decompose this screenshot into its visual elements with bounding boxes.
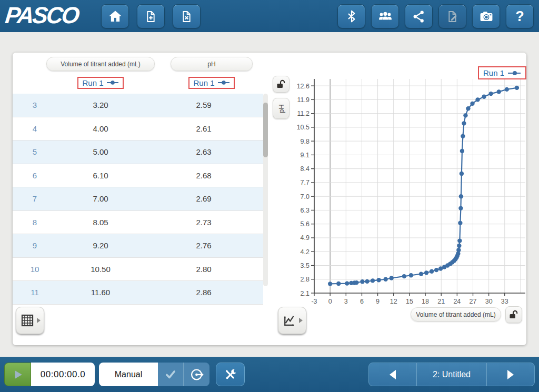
share-button[interactable] [405, 4, 433, 28]
close-file-icon [179, 9, 194, 24]
row-index-cell[interactable]: 11 [13, 288, 57, 297]
table-column1-header-button[interactable]: Volume of titrant added (mL) [46, 57, 155, 71]
bluetooth-button[interactable] [337, 4, 365, 28]
x-axis-unlock-icon [508, 309, 519, 320]
data-cell[interactable]: 8.05 [57, 218, 144, 227]
table-column1-run-wrap: Run 1 [46, 75, 155, 90]
snapshot-button[interactable] [472, 4, 500, 28]
row-index-cell[interactable]: 7 [13, 194, 57, 203]
row-index-cell[interactable]: 9 [13, 241, 57, 250]
sampling-mode-button[interactable]: Manual [99, 363, 158, 386]
data-cell[interactable]: 11.60 [57, 288, 144, 297]
data-cell[interactable]: 2.69 [144, 194, 263, 203]
pasco-app: PASCO [0, 0, 539, 392]
home-icon [108, 9, 123, 24]
x-axis-lock-button[interactable] [505, 306, 522, 323]
timer-display[interactable]: 00:00:00.0 [31, 363, 95, 386]
data-cell[interactable]: 2.61 [144, 124, 263, 133]
data-cell[interactable]: 2.80 [144, 265, 263, 274]
close-file-button[interactable] [173, 4, 201, 28]
svg-text:21: 21 [437, 298, 445, 305]
svg-text:11.2: 11.2 [297, 110, 310, 117]
table-row: 99.202.76 [13, 234, 263, 258]
next-page-button[interactable] [487, 363, 534, 386]
svg-text:-3: -3 [311, 298, 317, 305]
svg-text:2.1: 2.1 [301, 290, 310, 297]
data-cell[interactable]: 2.68 [144, 171, 263, 180]
x-axis-label-button[interactable]: Volume of titrant added (mL) [411, 307, 501, 321]
pasco-logo: PASCO [4, 2, 79, 28]
prev-page-button[interactable] [369, 363, 416, 386]
row-index-cell[interactable]: 5 [13, 147, 57, 156]
share-icon [412, 9, 426, 24]
data-cell[interactable]: 2.59 [144, 100, 263, 109]
svg-text:5.6: 5.6 [301, 220, 310, 228]
graph-legend[interactable]: Run 1 [478, 66, 526, 79]
svg-text:7.7: 7.7 [301, 179, 310, 186]
annotate-button[interactable] [438, 4, 466, 28]
table-row: 1111.602.86 [13, 281, 263, 305]
svg-text:6: 6 [360, 298, 364, 305]
data-cell[interactable]: 4.00 [57, 124, 144, 133]
titration-chart[interactable]: 2.12.83.54.24.95.66.37.07.78.49.19.810.5… [284, 74, 526, 308]
top-toolbar: PASCO [0, 0, 539, 32]
svg-text:18: 18 [422, 298, 429, 305]
row-index-cell[interactable]: 6 [13, 171, 57, 180]
svg-text:15: 15 [406, 298, 413, 305]
run-label: Run 1 [193, 78, 214, 87]
graph-tools-button[interactable] [278, 307, 306, 334]
data-cell[interactable]: 6.10 [57, 171, 144, 180]
graph-tools-icon [282, 313, 297, 328]
check-icon [164, 368, 177, 381]
svg-text:27: 27 [470, 298, 477, 305]
page-navigator: 2: Untitled [368, 363, 535, 386]
shared-session-button[interactable] [371, 4, 399, 28]
keep-sample-button[interactable] [158, 363, 183, 386]
start-button[interactable] [4, 363, 31, 386]
svg-text:9.8: 9.8 [301, 138, 310, 145]
new-file-button[interactable] [137, 4, 165, 28]
row-index-cell[interactable]: 8 [13, 218, 57, 227]
data-cell[interactable]: 10.50 [57, 265, 144, 274]
svg-text:3: 3 [344, 298, 348, 305]
svg-text:0: 0 [328, 298, 332, 305]
svg-text:7.0: 7.0 [301, 193, 310, 200]
sampling-options-button[interactable] [183, 363, 209, 386]
svg-text:30: 30 [485, 298, 493, 305]
row-index-cell[interactable]: 3 [13, 100, 57, 109]
data-cell[interactable]: 2.63 [144, 147, 263, 156]
chart-axes: 2.12.83.54.24.95.66.37.07.78.49.19.810.5… [297, 79, 525, 305]
run-label: Run 1 [82, 78, 103, 87]
data-cell[interactable]: 9.20 [57, 241, 144, 250]
table-column2-header-button[interactable]: pH [171, 57, 253, 71]
page-label[interactable]: 2: Untitled [416, 363, 487, 386]
svg-text:3.5: 3.5 [301, 262, 310, 269]
data-cell[interactable]: 3.20 [57, 100, 144, 109]
table-column2-run-selector[interactable]: Run 1 [188, 77, 234, 89]
table-tools-button[interactable] [16, 307, 44, 334]
home-button[interactable] [101, 4, 129, 28]
data-cell[interactable]: 5.00 [57, 147, 144, 156]
experiment-tools-button[interactable] [216, 363, 245, 386]
svg-text:33: 33 [501, 298, 508, 305]
table-scrollbar-thumb[interactable] [263, 103, 268, 157]
help-button[interactable]: ? [506, 4, 534, 28]
bluetooth-icon [345, 9, 358, 24]
row-index-cell[interactable]: 10 [13, 265, 57, 274]
svg-text:6.3: 6.3 [301, 207, 310, 214]
table-column1-run-selector[interactable]: Run 1 [77, 77, 123, 89]
svg-text:9.1: 9.1 [301, 152, 310, 159]
table-scrollbar[interactable] [263, 94, 268, 286]
svg-text:24: 24 [453, 298, 461, 305]
svg-text:12: 12 [390, 298, 397, 305]
annotate-icon [445, 9, 460, 24]
data-cell[interactable]: 2.86 [144, 288, 263, 297]
users-icon [377, 9, 393, 24]
row-index-cell[interactable]: 4 [13, 124, 57, 133]
data-cell[interactable]: 7.00 [57, 194, 144, 203]
table-row: 88.052.73 [13, 211, 263, 235]
data-cell[interactable]: 2.73 [144, 218, 263, 227]
camera-icon [478, 9, 494, 24]
data-cell[interactable]: 2.76 [144, 241, 263, 250]
run-symbol-icon [106, 80, 119, 85]
